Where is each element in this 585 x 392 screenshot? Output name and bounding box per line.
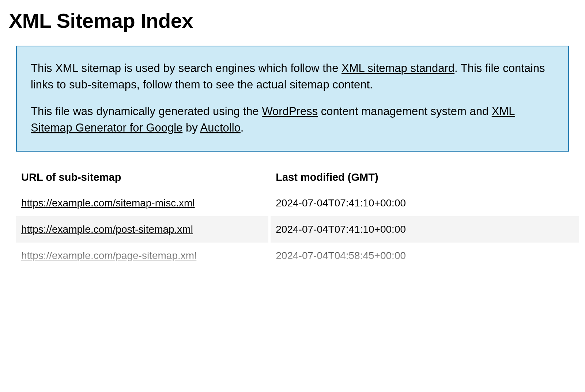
intro-paragraph-2: This file was dynamically generated usin…: [31, 103, 554, 136]
sitemap-url-link[interactable]: https://example.com/post-sitemap.xml: [21, 224, 193, 235]
wordpress-link[interactable]: WordPress: [262, 105, 318, 118]
intro-paragraph-1: This XML sitemap is used by search engin…: [31, 60, 554, 93]
table-header-modified: Last modified (GMT): [271, 165, 579, 190]
sitemap-url-link[interactable]: https://example.com/page-sitemap.xml: [21, 250, 196, 261]
table-row: https://example.com/post-sitemap.xml 202…: [16, 216, 579, 243]
sitemap-modified: 2024-07-04T07:41:10+00:00: [271, 190, 579, 216]
auctollo-link[interactable]: Auctollo: [200, 121, 241, 134]
sitemap-table: URL of sub-sitemap Last modified (GMT) h…: [14, 165, 581, 269]
sitemap-modified: 2024-07-04T07:41:10+00:00: [271, 216, 579, 243]
intro-box: This XML sitemap is used by search engin…: [16, 46, 569, 152]
table-row: https://example.com/sitemap-misc.xml 202…: [16, 190, 579, 216]
intro-p1-text: This XML sitemap is used by search engin…: [31, 62, 341, 75]
sitemap-modified: 2024-07-04T04:58:45+00:00: [271, 243, 579, 269]
sitemap-url-link[interactable]: https://example.com/sitemap-misc.xml: [21, 197, 195, 209]
xml-sitemap-standard-link[interactable]: XML sitemap standard: [341, 62, 454, 75]
intro-p2-end: .: [241, 121, 244, 134]
table-header-url: URL of sub-sitemap: [16, 165, 268, 190]
page-title: XML Sitemap Index: [9, 9, 576, 33]
table-header-row: URL of sub-sitemap Last modified (GMT): [16, 165, 579, 190]
intro-p2-by: by: [182, 121, 200, 134]
table-row: https://example.com/page-sitemap.xml 202…: [16, 243, 579, 269]
intro-p2-mid: content management system and: [318, 105, 492, 118]
intro-p2-before: This file was dynamically generated usin…: [31, 105, 262, 118]
